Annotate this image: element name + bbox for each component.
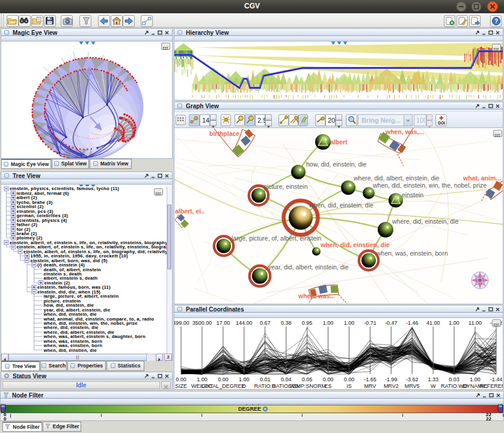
svg-text:1.00: 1.00 (323, 320, 334, 326)
svg-text:1.00: 1.00 (239, 376, 250, 382)
svg-text:MRV: MRV (364, 383, 376, 389)
svg-text:ES: ES (324, 383, 331, 389)
svg-text:41.00: 41.00 (426, 320, 440, 326)
svg-text:how, did, einstein, die: how, did, einstein, die (306, 161, 367, 168)
svg-text:where, did, albert, einstein,: where, did, albert, einstein, die (353, 174, 440, 182)
svg-text:-1.44: -1.44 (490, 376, 503, 382)
svg-text:0.00: 0.00 (176, 376, 186, 382)
svg-text:REFERENCE: REFERENCE (479, 383, 503, 389)
svg-text:144.00: 144.00 (236, 320, 253, 326)
svg-text:0.03: 0.03 (449, 376, 459, 382)
svg-text:3500.00: 3500.00 (192, 320, 212, 326)
svg-text:when, was...: when, was... (298, 292, 335, 299)
svg-text:0.95: 0.95 (302, 320, 313, 326)
svg-text:albert, ei..: albert, ei.. (175, 207, 204, 215)
svg-text:0.01: 0.01 (260, 376, 271, 382)
svg-text:albert: albert (330, 138, 348, 146)
svg-text:picture, einstein: picture, einstein (263, 183, 308, 190)
svg-text:1.33: 1.33 (428, 376, 438, 382)
svg-text:0.00: 0.00 (323, 376, 334, 382)
svg-text:-1.46: -1.46 (406, 320, 419, 326)
svg-text:einstein: einstein (402, 191, 423, 198)
svg-text:year, did, albert, einstein, d: year, did, albert, einstein, die (268, 263, 349, 271)
svg-text:when, was,...: when, was,... (385, 128, 424, 135)
svg-text:1.00: 1.00 (449, 320, 459, 326)
svg-text:0.00: 0.00 (344, 376, 355, 382)
svg-text:-0.47: -0.47 (385, 320, 398, 326)
svg-text:where, did, einstein, die: where, did, einstein, die (392, 218, 458, 225)
svg-text:1.00: 1.00 (197, 376, 207, 382)
svg-text:SIZE: SIZE (175, 383, 187, 389)
svg-text:what, anim...: what, anim... (463, 174, 501, 182)
svg-text:0.38: 0.38 (281, 320, 292, 326)
svg-text:0.00: 0.00 (218, 376, 229, 382)
svg-text:when, did, einstein, win, the,: when, did, einstein, win, the, nobel, pr… (372, 182, 487, 189)
svg-text:large, picture, of, albert, ei: large, picture, of, albert, einstein (232, 235, 322, 242)
svg-text:-0.71: -0.71 (364, 320, 376, 326)
svg-text:11.00: 11.00 (469, 320, 482, 326)
svg-text:W: W (431, 383, 436, 389)
svg-text:MRV5: MRV5 (405, 383, 420, 389)
svg-text:0.04: 0.04 (281, 376, 292, 382)
svg-text:DOI: DOI (438, 121, 445, 125)
svg-text:?: ? (494, 18, 498, 25)
svg-text:LOCAL_DEGREE: LOCAL_DEGREE (201, 383, 245, 389)
svg-text:0.05: 0.05 (302, 376, 313, 382)
svg-text:-3.62: -3.62 (406, 376, 419, 382)
svg-text:D: D (242, 383, 247, 389)
svg-text:499.00: 499.00 (174, 320, 189, 326)
svg-text:0.67: 0.67 (260, 320, 271, 326)
svg-text:1.00: 1.00 (470, 376, 481, 382)
svg-text:-1.99: -1.99 (385, 376, 398, 382)
svg-text:-1.65: -1.65 (364, 376, 376, 382)
svg-text:birthplace: birthplace (209, 130, 239, 137)
svg-text:COMP:SNORM: COMP:SNORM (288, 383, 326, 389)
svg-text:when, did, einstein, die: when, did, einstein, die (309, 201, 373, 209)
svg-text:when, was, einstein, born: when, was, einstein, born (376, 250, 448, 257)
svg-text:17.00: 17.00 (217, 320, 230, 326)
svg-text:1.00: 1.00 (344, 320, 355, 326)
svg-text:IS: IS (346, 383, 352, 389)
svg-text:MRV2: MRV2 (384, 383, 399, 389)
svg-text:when, did, einstien, die: when, did, einstien, die (320, 241, 390, 248)
